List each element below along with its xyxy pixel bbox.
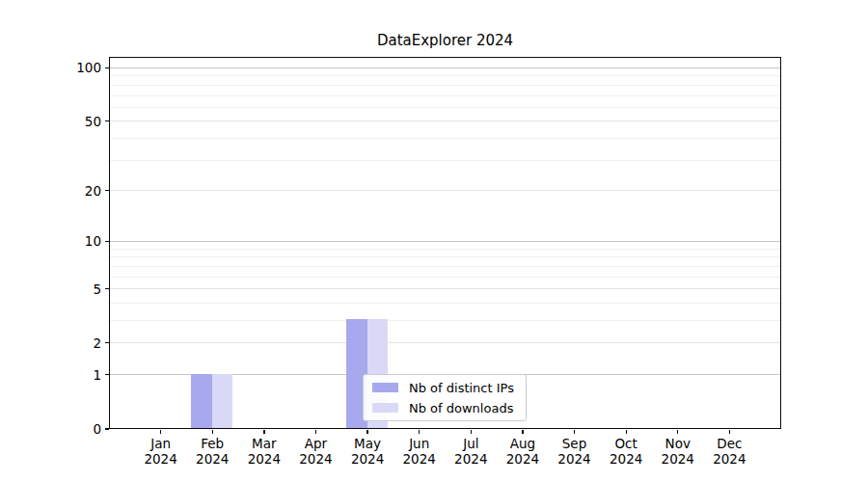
y-tick-label: 1: [61, 367, 101, 383]
y-tick-mark: [105, 288, 109, 289]
gridline-minor: [110, 138, 780, 139]
x-tick-mark: [522, 430, 523, 434]
legend-swatch-downloads: [372, 403, 398, 413]
chart-title: DataExplorer 2024: [109, 32, 781, 49]
y-tick-mark: [105, 342, 109, 343]
figure: DataExplorer 2024 Nb of distinct IPs Nb …: [0, 0, 868, 482]
y-tick-mark: [105, 67, 109, 68]
x-tick-mark: [471, 430, 472, 434]
y-tick-mark: [105, 190, 109, 191]
legend-item-distinct-ips: Nb of distinct IPs: [372, 380, 526, 395]
x-tick-mark: [212, 430, 213, 434]
gridline-minor: [110, 160, 780, 161]
y-tick-label: 50: [61, 114, 101, 129]
x-tick-label-may: May2024: [351, 436, 384, 467]
x-tick-mark: [366, 430, 367, 434]
bar-nb-of-distinct-ips: [191, 374, 212, 428]
x-tick-mark: [315, 430, 316, 434]
gridline-minor: [110, 320, 780, 321]
x-tick-label-mar: Mar2024: [248, 436, 281, 467]
y-tick-label: 20: [61, 183, 101, 199]
y-tick-mark: [105, 120, 109, 121]
x-tick-label-jun: Jun2024: [403, 436, 436, 467]
gridline-minor: [110, 249, 780, 250]
x-tick-label-aug: Aug2024: [506, 436, 539, 467]
gridline-minor: [110, 95, 780, 96]
x-tick-label-oct: Oct2024: [610, 436, 642, 467]
gridline-minor: [110, 266, 780, 267]
x-tick-label-dec: Dec2024: [713, 436, 746, 467]
y-tick-mark: [105, 374, 109, 375]
legend-label-distinct-ips: Nb of distinct IPs: [409, 381, 514, 395]
gridline-minor: [110, 85, 780, 86]
y-tick-label: 100: [61, 60, 101, 75]
y-tick-label: 2: [61, 335, 101, 351]
legend-swatch-distinct-ips: [372, 383, 398, 392]
x-tick-label-nov: Nov2024: [662, 436, 694, 467]
y-tick-mark: [105, 241, 109, 242]
gridline-minor: [110, 75, 780, 76]
x-tick-label-jan: Jan2024: [144, 436, 176, 467]
x-tick-label-feb: Feb2024: [196, 436, 229, 467]
y-tick-mark: [105, 428, 109, 429]
gridline-minor: [110, 256, 780, 257]
x-tick-label-apr: Apr2024: [299, 436, 332, 467]
x-tick-mark: [419, 430, 420, 434]
legend: Nb of distinct IPs Nb of downloads: [363, 374, 527, 421]
gridline-minor: [110, 303, 780, 304]
legend-label-downloads: Nb of downloads: [409, 401, 513, 415]
gridline-minor: [110, 107, 780, 108]
x-tick-mark: [574, 430, 575, 434]
x-tick-label-sep: Sep2024: [557, 436, 590, 467]
gridline: [110, 190, 780, 191]
gridline: [110, 342, 780, 343]
x-tick-mark: [626, 430, 627, 434]
gridline: [110, 120, 780, 121]
gridline: [110, 67, 780, 68]
gridline: [110, 288, 780, 289]
y-tick-label: 0: [61, 421, 101, 437]
y-tick-label: 10: [61, 233, 101, 249]
gridline: [110, 241, 780, 242]
x-tick-label-jul: Jul2024: [454, 436, 487, 467]
x-tick-mark: [729, 430, 730, 434]
x-tick-mark: [263, 430, 264, 434]
bar-nb-of-downloads: [212, 374, 233, 428]
y-tick-label: 5: [61, 281, 101, 297]
x-tick-mark: [677, 430, 678, 434]
gridline-minor: [110, 277, 780, 278]
legend-item-downloads: Nb of downloads: [372, 400, 526, 415]
x-tick-mark: [160, 430, 161, 434]
